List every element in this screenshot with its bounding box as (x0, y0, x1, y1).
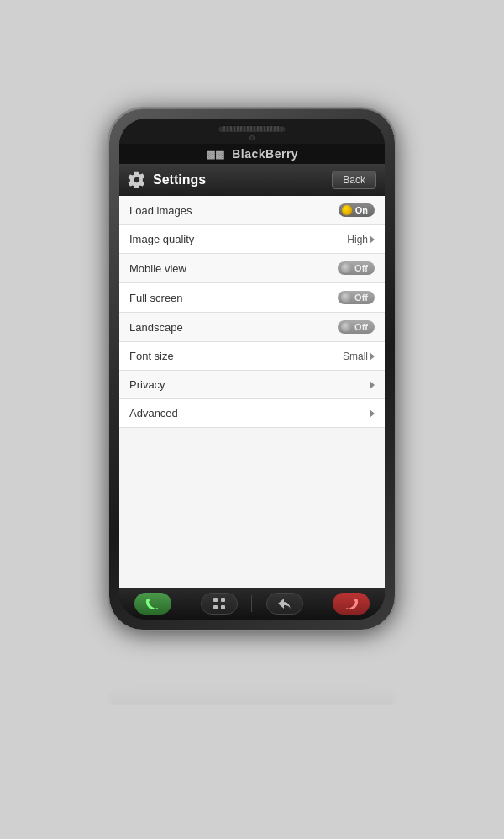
toggle-off[interactable]: Off (338, 291, 375, 304)
brand-name: BlackBerry (232, 147, 298, 161)
settings-row-label: Image quality (129, 233, 194, 245)
settings-row-label: Advanced (129, 407, 178, 420)
svg-rect-1 (221, 598, 225, 602)
settings-row[interactable]: Load imagesOn (119, 196, 385, 225)
settings-row-label: Privacy (129, 378, 165, 391)
arrow-right-icon (370, 235, 375, 244)
nav-divider-3 (318, 595, 318, 612)
settings-row-label: Landscape (129, 321, 183, 334)
nav-divider-1 (186, 595, 186, 612)
toggle-circle (341, 322, 351, 332)
settings-header: Settings Back (119, 164, 385, 196)
toggle-circle (341, 293, 351, 303)
settings-row[interactable]: Image qualityHigh (119, 225, 385, 254)
arrow-right-icon (370, 352, 375, 361)
settings-row[interactable]: Full screenOff (119, 283, 385, 313)
bb-logo-icon: ▩▩ (206, 149, 225, 161)
back-nav-button[interactable] (266, 593, 303, 615)
nav-divider-2 (251, 595, 252, 612)
arrow-only-icon (370, 381, 375, 389)
settings-row-label: Load images (129, 204, 192, 217)
settings-row[interactable]: Font sizeSmall (119, 342, 385, 371)
settings-row-label: Mobile view (129, 262, 186, 275)
phone-reflection (109, 685, 395, 705)
toggle-off[interactable]: Off (338, 261, 375, 275)
gear-icon (128, 171, 146, 189)
call-button[interactable] (134, 593, 171, 615)
toggle-circle (342, 205, 352, 215)
settings-title: Settings (153, 172, 206, 187)
brand-bar: ▩▩ BlackBerry (119, 144, 385, 164)
value-arrow[interactable]: Small (343, 351, 375, 362)
svg-rect-2 (213, 605, 218, 609)
toggle-off[interactable]: Off (338, 320, 375, 334)
settings-row[interactable]: Privacy (119, 371, 385, 399)
settings-list: Load imagesOnImage qualityHighMobile vie… (119, 196, 385, 588)
camera (249, 135, 255, 140)
settings-row[interactable]: Mobile viewOff (119, 254, 385, 283)
phone-device: ▩▩ BlackBerry Settings Back Lo (109, 108, 395, 630)
settings-row-label: Full screen (129, 292, 183, 304)
end-button[interactable] (333, 593, 370, 615)
settings-row[interactable]: Advanced (119, 399, 385, 428)
phone-top (119, 119, 385, 144)
screen: Settings Back Load imagesOnImage quality… (119, 164, 385, 588)
settings-row[interactable]: LandscapeOff (119, 313, 385, 342)
svg-rect-3 (221, 605, 225, 609)
settings-row-label: Font size (129, 350, 174, 362)
back-button[interactable]: Back (332, 171, 376, 189)
svg-rect-0 (213, 598, 218, 602)
phone-nav (119, 588, 385, 620)
toggle-on[interactable]: On (339, 203, 375, 217)
arrow-only-icon (370, 409, 375, 418)
home-button[interactable] (201, 593, 238, 615)
speaker-grille (218, 125, 286, 132)
toggle-circle (341, 263, 351, 273)
value-arrow[interactable]: High (347, 234, 375, 245)
